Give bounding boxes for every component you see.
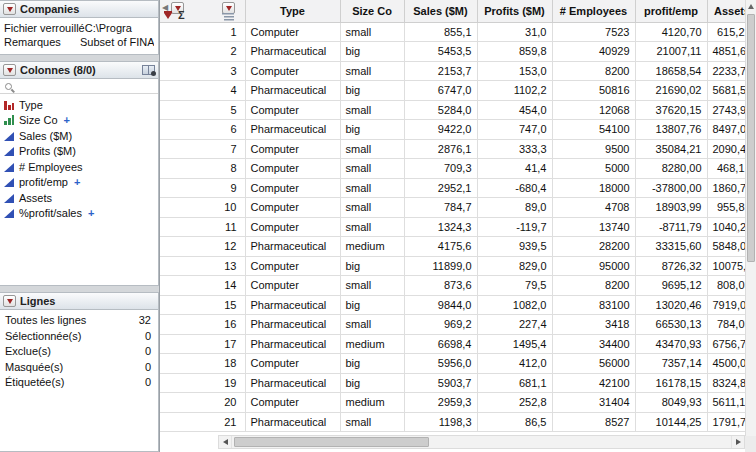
vertical-scroll-thumb[interactable]: [747, 14, 755, 262]
cell-profits-m[interactable]: 747,0: [477, 120, 552, 140]
row-number[interactable]: 15: [160, 295, 245, 315]
cell-profit-emp[interactable]: -8711,79: [635, 217, 707, 237]
cell-profits-m[interactable]: 227,4: [477, 315, 552, 335]
row-number[interactable]: 14: [160, 276, 245, 296]
cell-type[interactable]: Pharmaceutical: [245, 237, 340, 257]
cell-employees[interactable]: 50816: [552, 81, 635, 101]
scroll-left-button[interactable]: [219, 436, 232, 448]
cell-profit-emp[interactable]: 18903,99: [635, 198, 707, 218]
cell-profits-m[interactable]: 859,8: [477, 42, 552, 62]
cell-profits-m[interactable]: 79,5: [477, 276, 552, 296]
cell-size-co[interactable]: big: [340, 373, 404, 393]
row-number[interactable]: 4: [160, 81, 245, 101]
cell-employees[interactable]: 9500: [552, 139, 635, 159]
rows-menu-marker-icon[interactable]: [164, 13, 172, 19]
cell-profits-m[interactable]: -119,7: [477, 217, 552, 237]
cell-size-co[interactable]: small: [340, 217, 404, 237]
cell-type[interactable]: Pharmaceutical: [245, 373, 340, 393]
column-item-type[interactable]: Type: [2, 97, 156, 113]
cell-sales-m[interactable]: 969,2: [404, 315, 477, 335]
column-header-size-co[interactable]: Size Co: [340, 0, 404, 22]
cell-sales-m[interactable]: 9844,0: [404, 295, 477, 315]
cell-size-co[interactable]: small: [340, 315, 404, 335]
cell-sales-m[interactable]: 6698,4: [404, 334, 477, 354]
column-header-profit-emp[interactable]: profit/emp: [635, 0, 707, 22]
cell-profits-m[interactable]: 252,8: [477, 393, 552, 413]
cell-employees[interactable]: 31404: [552, 393, 635, 413]
cell-type[interactable]: Pharmaceutical: [245, 334, 340, 354]
cell-profit-emp[interactable]: 37620,15: [635, 100, 707, 120]
cell-type[interactable]: Pharmaceutical: [245, 42, 340, 62]
cell-profit-emp[interactable]: 8049,93: [635, 393, 707, 413]
column-item-profits-m[interactable]: Profits ($M): [2, 144, 156, 160]
cell-type[interactable]: Computer: [245, 22, 340, 42]
row-number[interactable]: 7: [160, 139, 245, 159]
row-list-icon[interactable]: [222, 13, 234, 21]
cell-profit-emp[interactable]: 33315,60: [635, 237, 707, 257]
cell-employees[interactable]: 8200: [552, 61, 635, 81]
cell-profit-emp[interactable]: 43470,93: [635, 334, 707, 354]
cell-sales-m[interactable]: 2876,1: [404, 139, 477, 159]
cell-employees[interactable]: 28200: [552, 237, 635, 257]
cell-type[interactable]: Computer: [245, 393, 340, 413]
row-number[interactable]: 6: [160, 120, 245, 140]
row-number[interactable]: 16: [160, 315, 245, 335]
cell-sales-m[interactable]: 5284,0: [404, 100, 477, 120]
cell-employees[interactable]: 40929: [552, 42, 635, 62]
scroll-up-arrow-icon[interactable]: [748, 4, 754, 9]
cell-sales-m[interactable]: 855,1: [404, 22, 477, 42]
cell-profit-emp[interactable]: 13020,46: [635, 295, 707, 315]
cell-sales-m[interactable]: 1324,3: [404, 217, 477, 237]
cell-employees[interactable]: 42100: [552, 373, 635, 393]
cell-employees[interactable]: 18000: [552, 178, 635, 198]
row-number[interactable]: 20: [160, 393, 245, 413]
table-red-triangle-menu-icon[interactable]: [3, 3, 16, 15]
cell-employees[interactable]: 56000: [552, 354, 635, 374]
cell-type[interactable]: Computer: [245, 178, 340, 198]
cell-employees[interactable]: 95000: [552, 256, 635, 276]
cell-profit-emp[interactable]: 9695,12: [635, 276, 707, 296]
columns-settings-icon[interactable]: [142, 65, 155, 75]
cell-size-co[interactable]: small: [340, 100, 404, 120]
cell-sales-m[interactable]: 873,6: [404, 276, 477, 296]
cell-profits-m[interactable]: 1495,4: [477, 334, 552, 354]
column-item-profit-emp[interactable]: profit/emp+: [2, 175, 156, 191]
cell-employees[interactable]: 4708: [552, 198, 635, 218]
cell-profit-emp[interactable]: 10144,25: [635, 412, 707, 432]
cell-profit-emp[interactable]: 16178,15: [635, 373, 707, 393]
cell-profit-emp[interactable]: 8280,00: [635, 159, 707, 179]
cell-sales-m[interactable]: 2952,1: [404, 178, 477, 198]
horizontal-scroll-thumb[interactable]: [234, 437, 429, 447]
cell-profits-m[interactable]: 153,0: [477, 61, 552, 81]
cell-employees[interactable]: 3418: [552, 315, 635, 335]
cell-profit-emp[interactable]: -37800,00: [635, 178, 707, 198]
cell-profit-emp[interactable]: 13807,76: [635, 120, 707, 140]
cell-employees[interactable]: 83100: [552, 295, 635, 315]
cell-employees[interactable]: 13740: [552, 217, 635, 237]
cell-type[interactable]: Pharmaceutical: [245, 315, 340, 335]
row-number[interactable]: 13: [160, 256, 245, 276]
cell-profits-m[interactable]: 829,0: [477, 256, 552, 276]
column-header-type[interactable]: Type: [245, 0, 340, 22]
cell-employees[interactable]: 54100: [552, 120, 635, 140]
column-search-field[interactable]: [0, 79, 158, 94]
cell-size-co[interactable]: small: [340, 22, 404, 42]
cell-profit-emp[interactable]: 18658,54: [635, 61, 707, 81]
cell-size-co[interactable]: big: [340, 354, 404, 374]
cell-profit-emp[interactable]: 21690,02: [635, 81, 707, 101]
cell-type[interactable]: Pharmaceutical: [245, 412, 340, 432]
cell-sales-m[interactable]: 6747,0: [404, 81, 477, 101]
cell-size-co[interactable]: big: [340, 256, 404, 276]
sum-sigma-icon[interactable]: Σ: [178, 9, 185, 21]
cell-profits-m[interactable]: 31,0: [477, 22, 552, 42]
cell-size-co[interactable]: big: [340, 120, 404, 140]
scroll-right-button[interactable]: [731, 436, 744, 448]
column-item-employees[interactable]: # Employees: [2, 159, 156, 175]
column-header-profits-m[interactable]: Profits ($M): [477, 0, 552, 22]
cell-profit-emp[interactable]: 35084,21: [635, 139, 707, 159]
vertical-scrollbar[interactable]: [745, 0, 756, 436]
rows-red-triangle-menu-icon[interactable]: [3, 295, 16, 307]
row-number[interactable]: 18: [160, 354, 245, 374]
column-item-profit-sales[interactable]: %profit/sales+: [2, 206, 156, 222]
row-number[interactable]: 5: [160, 100, 245, 120]
